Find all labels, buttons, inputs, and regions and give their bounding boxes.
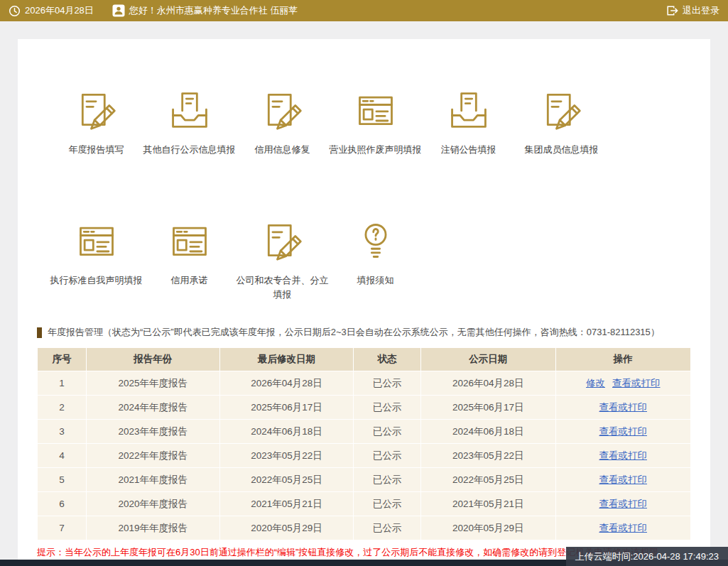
user-greeting: 您好！永州市惠赢种养专业合作社 伍丽苹 <box>129 4 298 17</box>
shortcut-item[interactable]: 填报须知 <box>329 219 422 288</box>
logout-label: 退出登录 <box>683 4 719 17</box>
view-print-link[interactable]: 查看或打印 <box>599 426 648 437</box>
cell-index: 5 <box>38 468 87 492</box>
cell-report-year: 2022年年度报告 <box>87 444 220 468</box>
cell-actions: 查看或打印 <box>555 468 690 492</box>
report-table-body: 1 2025年年度报告 2026年04月28日 已公示 2026年04月28日 … <box>38 371 691 540</box>
cell-index: 2 <box>38 396 87 420</box>
view-print-link[interactable]: 查看或打印 <box>599 450 648 461</box>
section-header: 年度报告管理（状态为“已公示”即代表已完成该年度年报，公示日期后2~3日会自动在… <box>37 326 691 339</box>
cell-status: 已公示 <box>354 371 421 396</box>
tray-doc-icon <box>166 89 213 131</box>
shortcut-label: 营业执照作废声明填报 <box>329 143 422 157</box>
cell-report-year: 2025年年度报告 <box>87 371 220 396</box>
user-badge-icon <box>112 4 125 17</box>
shortcut-item[interactable]: 信用承诺 <box>143 219 236 288</box>
cell-publish-date: 2023年05月22日 <box>421 444 556 468</box>
cell-status: 已公示 <box>354 444 421 468</box>
cell-status: 已公示 <box>354 396 421 420</box>
view-print-link[interactable]: 查看或打印 <box>599 402 648 413</box>
cell-report-year: 2020年年度报告 <box>87 492 220 516</box>
shortcut-label: 执行标准自我声明填报 <box>50 273 143 288</box>
table-row: 2 2024年年度报告 2025年06月17日 已公示 2025年06月17日 … <box>38 396 691 420</box>
table-row: 4 2022年年度报告 2023年05月22日 已公示 2023年05月22日 … <box>38 444 691 468</box>
cell-status: 已公示 <box>354 420 421 444</box>
column-header: 操作 <box>555 348 690 371</box>
cell-actions: 查看或打印 <box>555 396 690 420</box>
current-date: 2026年04月28日 <box>25 4 94 17</box>
logout-button[interactable]: 退出登录 <box>665 4 719 17</box>
doc-pencil-icon <box>73 89 120 131</box>
cell-report-year: 2024年年度报告 <box>87 396 220 420</box>
browser-list-icon <box>352 89 399 131</box>
table-row: 7 2019年年度报告 2020年05月29日 已公示 2020年05月29日 … <box>38 516 691 540</box>
shortcut-label: 填报须知 <box>329 273 422 288</box>
clock-icon <box>9 5 21 17</box>
cell-last-modified: 2026年04月28日 <box>219 371 354 396</box>
cell-last-modified: 2024年06月18日 <box>219 420 354 444</box>
cell-status: 已公示 <box>354 468 421 492</box>
browser-list-icon <box>166 219 213 262</box>
cell-report-year: 2023年年度报告 <box>87 420 220 444</box>
shortcut-label: 集团成员信息填报 <box>515 143 608 157</box>
shortcut-item[interactable]: 其他自行公示信息填报 <box>143 89 236 157</box>
shortcut-label: 信用承诺 <box>143 273 236 288</box>
cell-index: 7 <box>38 516 87 540</box>
shortcut-grid: 年度报告填写 其他自行公示信息填报 信用信息修复 营业执照作废声明填报 注销公告… <box>18 39 710 302</box>
section-marker <box>37 327 42 338</box>
edit-link[interactable]: 修改 <box>586 378 605 388</box>
shortcut-item[interactable]: 信用信息修复 <box>236 89 329 157</box>
cell-publish-date: 2022年05月25日 <box>421 468 556 492</box>
upload-time: 上传云端时间:2026-04-28 17:49:23 <box>566 547 728 566</box>
table-row: 6 2020年年度报告 2021年05月21日 已公示 2021年05月21日 … <box>38 492 691 516</box>
logout-icon <box>665 4 678 17</box>
shortcut-label: 年度报告填写 <box>50 143 143 157</box>
shortcut-item[interactable]: 集团成员信息填报 <box>515 89 608 157</box>
doc-pencil-icon <box>259 219 306 262</box>
cell-status: 已公示 <box>354 492 421 516</box>
column-header: 公示日期 <box>421 348 556 371</box>
cell-publish-date: 2020年05月29日 <box>421 516 556 540</box>
column-header: 序号 <box>38 348 87 371</box>
column-header: 最后修改日期 <box>219 348 354 371</box>
cell-publish-date: 2026年04月28日 <box>421 371 556 396</box>
cell-report-year: 2019年年度报告 <box>87 516 220 540</box>
cell-publish-date: 2024年06月18日 <box>421 420 556 444</box>
table-row: 5 2021年年度报告 2022年05月25日 已公示 2022年05月25日 … <box>38 468 691 492</box>
cell-index: 1 <box>38 371 87 396</box>
cell-report-year: 2021年年度报告 <box>87 468 220 492</box>
cell-last-modified: 2023年05月22日 <box>219 444 354 468</box>
table-row: 3 2023年年度报告 2024年06月18日 已公示 2024年06月18日 … <box>38 420 691 444</box>
cell-index: 6 <box>38 492 87 516</box>
cell-status: 已公示 <box>354 516 421 540</box>
shortcut-item[interactable]: 年度报告填写 <box>50 89 143 157</box>
cell-actions: 查看或打印 <box>555 492 690 516</box>
cell-last-modified: 2021年05月21日 <box>219 492 354 516</box>
tray-doc-icon <box>445 89 492 131</box>
main-panel: 年度报告填写 其他自行公示信息填报 信用信息修复 营业执照作废声明填报 注销公告… <box>18 39 710 566</box>
shortcut-item[interactable]: 注销公告填报 <box>422 89 515 157</box>
shortcut-label: 注销公告填报 <box>422 143 515 157</box>
view-print-link[interactable]: 查看或打印 <box>599 474 648 485</box>
view-print-link[interactable]: 查看或打印 <box>599 523 648 533</box>
cell-publish-date: 2025年06月17日 <box>421 396 556 420</box>
cell-actions: 查看或打印 <box>555 444 690 468</box>
shortcut-item[interactable]: 执行标准自我声明填报 <box>50 219 143 288</box>
shortcut-item[interactable]: 公司和农专合并、分立填报 <box>236 219 329 302</box>
cell-actions: 查看或打印 <box>555 420 690 444</box>
browser-list-icon <box>73 219 120 262</box>
cell-index: 3 <box>38 420 87 444</box>
view-print-link[interactable]: 查看或打印 <box>599 499 648 509</box>
view-print-link[interactable]: 查看或打印 <box>612 378 661 388</box>
doc-pencil-icon <box>538 89 585 131</box>
shortcut-label: 其他自行公示信息填报 <box>143 143 236 157</box>
shortcut-item[interactable]: 营业执照作废声明填报 <box>329 89 422 157</box>
table-row: 1 2025年年度报告 2026年04月28日 已公示 2026年04月28日 … <box>38 371 691 396</box>
cell-last-modified: 2022年05月25日 <box>219 468 354 492</box>
cell-publish-date: 2021年05月21日 <box>421 492 556 516</box>
bulb-icon <box>352 219 399 262</box>
cell-actions: 修改查看或打印 <box>555 371 690 396</box>
doc-pencil-icon <box>259 89 306 131</box>
table-header-row: 序号报告年份最后修改日期状态公示日期操作 <box>38 348 691 371</box>
cell-actions: 查看或打印 <box>555 516 690 540</box>
